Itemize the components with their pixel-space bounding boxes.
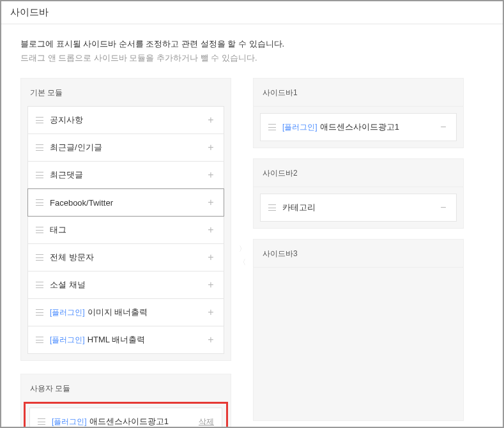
- module-item-tag[interactable]: 태그 +: [27, 216, 224, 244]
- module-item-html-banner[interactable]: [플러그인]HTML 배너출력 +: [27, 326, 224, 354]
- module-item-image-banner[interactable]: [플러그인]이미지 배너출력 +: [27, 298, 224, 326]
- add-icon[interactable]: +: [206, 169, 216, 181]
- drag-handle-icon: [38, 418, 45, 425]
- sidebar-settings-window: 사이드바 블로그에 표시될 사이드바 순서를 조정하고 관련 설정을 할 수 있…: [1, 1, 503, 427]
- remove-icon[interactable]: −: [438, 121, 448, 133]
- module-label: [플러그인]애드센스사이드광고1: [282, 121, 438, 133]
- sidebar1-item-adsense[interactable]: [플러그인]애드센스사이드광고1 −: [260, 113, 457, 141]
- add-icon[interactable]: +: [206, 279, 216, 291]
- module-text: 애드센스사이드광고1: [89, 417, 169, 426]
- module-item-social[interactable]: 소셜 채널 +: [27, 271, 224, 299]
- content-area: 블로그에 표시될 사이드바 순서를 조정하고 관련 설정을 할 수 있습니다. …: [1, 24, 503, 428]
- add-icon[interactable]: +: [206, 307, 216, 318]
- add-icon[interactable]: +: [206, 142, 216, 153]
- module-item-visitors[interactable]: 전체 방문자 +: [27, 243, 224, 271]
- module-label: 카테고리: [282, 202, 438, 213]
- sidebar3-header: 사이드바3: [253, 239, 464, 268]
- module-label: 전체 방문자: [50, 252, 206, 263]
- sidebar1-body[interactable]: [플러그인]애드센스사이드광고1 −: [253, 107, 464, 148]
- module-item-recent-popular[interactable]: 최근글/인기글 +: [27, 134, 224, 162]
- available-modules-column: 기본 모듈 공지사항 + 최근글/인기글 +: [20, 78, 231, 428]
- add-icon[interactable]: +: [206, 252, 216, 263]
- module-item-adsense-side-ad[interactable]: [플러그인]애드센스사이드광고1 삭제: [29, 408, 222, 428]
- arrow-right-icon: 〉: [239, 244, 246, 254]
- basic-modules-list: 공지사항 + 최근글/인기글 + 최근댓글 +: [21, 106, 231, 360]
- drag-handle-icon: [268, 204, 276, 211]
- sidebar3-body[interactable]: [253, 268, 464, 421]
- description-main: 블로그에 표시될 사이드바 순서를 조정하고 관련 설정을 할 수 있습니다.: [20, 38, 484, 50]
- sidebar2-body[interactable]: 카테고리 −: [253, 187, 464, 229]
- drag-handle-icon: [36, 337, 43, 343]
- plugin-tag: [플러그인]: [52, 417, 87, 426]
- drag-handle-icon: [268, 124, 276, 130]
- sidebar2-item-category[interactable]: 카테고리 −: [260, 194, 457, 222]
- drag-handle-icon: [36, 227, 43, 233]
- drag-handle-icon: [36, 199, 43, 206]
- module-label: [플러그인]HTML 배너출력: [50, 334, 206, 346]
- module-item-recent-comments[interactable]: 최근댓글 +: [27, 161, 224, 189]
- drag-handle-icon: [36, 254, 43, 261]
- drag-handle-icon: [36, 144, 43, 151]
- module-label: 태그: [50, 224, 206, 236]
- sidebar-sections-column: 사이드바1 [플러그인]애드센스사이드광고1 − 사이드바2 카테고리: [253, 78, 464, 428]
- module-label: 최근글/인기글: [50, 142, 206, 153]
- user-modules-panel: 사용자 모듈 [플러그인]애드센스사이드광고1 삭제: [20, 374, 231, 428]
- module-label: 최근댓글: [50, 169, 206, 181]
- description-sub: 드래그 앤 드롭으로 사이드바 모듈을 추가하거나 뺄 수 있습니다.: [20, 52, 484, 64]
- sidebar2-header: 사이드바2: [253, 158, 464, 187]
- module-text: HTML 배너출력: [88, 335, 146, 344]
- plugin-tag: [플러그인]: [282, 123, 317, 132]
- column-divider-arrows: 〉 〈: [239, 244, 246, 267]
- basic-modules-panel: 기본 모듈 공지사항 + 최근글/인기글 +: [20, 78, 231, 361]
- add-icon[interactable]: +: [206, 334, 216, 346]
- plugin-tag: [플러그인]: [50, 335, 85, 344]
- module-label: 소셜 채널: [50, 279, 206, 291]
- module-text: 이미지 배너출력: [88, 307, 148, 317]
- drag-handle-icon: [36, 309, 43, 316]
- module-label: [플러그인]이미지 배너출력: [50, 307, 206, 318]
- module-label: [플러그인]애드센스사이드광고1: [52, 416, 199, 427]
- arrow-left-icon: 〈: [239, 257, 246, 267]
- plugin-tag: [플러그인]: [50, 308, 85, 317]
- module-label: Facebook/Twitter: [50, 198, 206, 208]
- module-label: 공지사항: [50, 114, 206, 126]
- sidebar1-header: 사이드바1: [253, 78, 464, 107]
- module-item-notice[interactable]: 공지사항 +: [27, 106, 224, 134]
- module-item-facebook-twitter[interactable]: Facebook/Twitter +: [27, 188, 224, 217]
- remove-icon[interactable]: −: [438, 202, 448, 213]
- add-icon[interactable]: +: [206, 114, 216, 126]
- delete-link[interactable]: 삭제: [199, 417, 214, 427]
- user-modules-header: 사용자 모듈: [21, 374, 231, 402]
- drag-handle-icon: [36, 172, 43, 178]
- module-text: 애드센스사이드광고1: [320, 122, 399, 132]
- add-icon[interactable]: +: [206, 224, 216, 236]
- drag-handle-icon: [36, 117, 43, 123]
- add-icon[interactable]: +: [206, 197, 216, 208]
- highlighted-user-module: [플러그인]애드센스사이드광고1 삭제: [24, 402, 228, 428]
- window-title: 사이드바: [1, 1, 503, 24]
- drag-handle-icon: [36, 282, 43, 288]
- columns-container: 〉 〈 기본 모듈 공지사항 + 최근글/인기글: [20, 78, 484, 428]
- basic-modules-header: 기본 모듈: [21, 79, 231, 106]
